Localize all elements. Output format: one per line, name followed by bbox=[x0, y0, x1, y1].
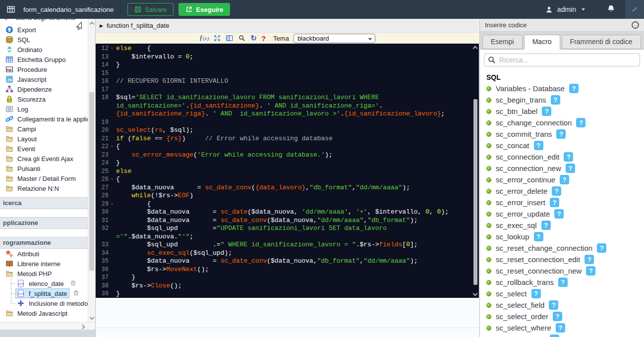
collapse-triangle-icon[interactable]: ▶ bbox=[100, 23, 103, 28]
tab-frammenti-di-codice[interactable]: Frammenti di codice bbox=[562, 35, 641, 49]
macro-item-sc-reset-change-connection[interactable]: sc_reset_change_connection? bbox=[486, 242, 644, 254]
macro-item-sc-concat[interactable]: sc_concat? bbox=[486, 140, 644, 151]
help-badge[interactable]: ? bbox=[550, 335, 559, 337]
sidebar-item-export[interactable]: Export bbox=[0, 25, 88, 35]
macro-item-clipped[interactable]: ? bbox=[486, 334, 644, 337]
refresh-icon[interactable]: ↻ bbox=[250, 34, 257, 42]
macro-item-sc-reset-connection-edit[interactable]: sc_reset_connection_edit? bbox=[486, 254, 644, 265]
editor-scrollbar-thumb[interactable] bbox=[473, 99, 477, 285]
editor-scroll-down-icon[interactable] bbox=[471, 290, 479, 297]
sidebar-item-pulsanti[interactable]: Pulsanti bbox=[0, 164, 88, 173]
scroll-down-arrow-icon[interactable] bbox=[88, 314, 96, 321]
sidebar-item-f-splitta-date[interactable]: </>f_splitta_date bbox=[0, 288, 88, 298]
help-badge[interactable]: ? bbox=[551, 95, 560, 105]
macro-item-sc-begin-trans[interactable]: sc_begin_trans? bbox=[486, 94, 644, 106]
macro-item-sc-change-connection[interactable]: sc_change_connection? bbox=[486, 117, 644, 128]
help-badge[interactable]: ? bbox=[556, 323, 565, 333]
macro-item-sc-connection-new[interactable]: sc_connection_new? bbox=[486, 163, 644, 174]
sidebar-item-ordinato[interactable]: Ordinato bbox=[0, 45, 88, 55]
help-badge[interactable]: ? bbox=[576, 118, 585, 127]
help-badge[interactable]: ? bbox=[554, 209, 564, 219]
macro-item-sc-error-insert[interactable]: sc_error_insert? bbox=[486, 197, 644, 208]
sidebar-vertical-scrollbar[interactable] bbox=[88, 19, 95, 322]
insert-function-icon[interactable]: ƒ(x) bbox=[199, 34, 209, 42]
macro-item-sc-commit-trans[interactable]: sc_commit_trans? bbox=[486, 128, 644, 140]
fold-arrow-icon[interactable]: ▾ bbox=[111, 175, 116, 184]
editor-scrollbar[interactable] bbox=[471, 44, 479, 298]
sidebar-item-dipendenze[interactable]: Dipendenze bbox=[0, 84, 88, 94]
help-badge[interactable]: ? bbox=[531, 289, 541, 298]
editor-scroll-up-icon[interactable] bbox=[471, 45, 479, 52]
sidebar-item-eventi[interactable]: Eventi bbox=[0, 144, 88, 154]
tab-macro[interactable]: Macro bbox=[524, 35, 560, 50]
sidebar-section-pplicazione[interactable]: pplicazione bbox=[0, 217, 88, 229]
split-view-icon[interactable] bbox=[226, 34, 234, 42]
help-badge[interactable]: ? bbox=[597, 243, 606, 253]
fullscreen-button[interactable] bbox=[625, 0, 644, 19]
help-badge[interactable]: ? bbox=[541, 221, 551, 230]
scroll-right-arrow-icon[interactable] bbox=[79, 323, 86, 330]
scrollbar-thumb[interactable] bbox=[89, 92, 94, 271]
macro-item-sc-reset-connection-new[interactable]: sc_reset_connection_new? bbox=[486, 265, 644, 277]
notifications-button[interactable] bbox=[597, 4, 625, 15]
sidebar-item-barra-degli-strumenti[interactable]: Barra degli strumenti bbox=[0, 19, 88, 25]
macro-item-sc-select-field[interactable]: sc_select_field? bbox=[486, 299, 644, 311]
sidebar-item-etichetta-gruppo[interactable]: Etichetta Gruppo bbox=[0, 55, 88, 64]
search-code-icon[interactable] bbox=[238, 34, 246, 42]
theme-select[interactable]: blackboard bbox=[293, 34, 375, 43]
macro-item-sc-select[interactable]: sc_select? bbox=[486, 288, 644, 299]
help-badge[interactable]: ? bbox=[560, 175, 569, 184]
sidebar-section-icerca[interactable]: icerca bbox=[0, 197, 88, 209]
sidebar-item-sicurezza[interactable]: Sicurezza bbox=[0, 94, 88, 104]
search-input[interactable] bbox=[484, 54, 640, 66]
sidebar-horizontal-scrollbar[interactable] bbox=[0, 322, 95, 330]
help-badge[interactable]: ? bbox=[542, 107, 551, 116]
sidebar-item-inclusione-di-metodo[interactable]: Inclusione di metodo bbox=[0, 298, 88, 308]
sidebar-item-sql[interactable]: SQL bbox=[0, 35, 88, 45]
help-badge[interactable]: ? bbox=[566, 164, 575, 173]
scroll-up-arrow-icon[interactable] bbox=[88, 20, 96, 27]
sidebar-item-collegamenti-tra-le-applicaz[interactable]: Collegamenti tra le applicaz bbox=[0, 114, 88, 124]
help-badge[interactable]: ? bbox=[549, 300, 558, 310]
macro-item-sc-exec-sql[interactable]: sc_exec_sql? bbox=[486, 220, 644, 231]
help-badge[interactable]: ? bbox=[585, 255, 594, 264]
macro-item-sc-select-where[interactable]: sc_select_where? bbox=[486, 322, 644, 334]
macro-item-sc-error-continue[interactable]: sc_error_continue? bbox=[486, 174, 644, 185]
fold-arrow-icon[interactable]: ▾ bbox=[111, 200, 116, 209]
macro-item-sc-rollback-trans[interactable]: sc_rollback_trans? bbox=[486, 277, 644, 288]
macro-item-sc-btn-label[interactable]: sc_btn_label? bbox=[486, 106, 644, 117]
collapse-panel-icon[interactable]: → bbox=[632, 21, 639, 29]
save-button[interactable]: Salvare bbox=[127, 3, 174, 16]
sidebar-item-procedure[interactable]: SQLProcedure bbox=[0, 64, 88, 74]
help-badge[interactable]: ? bbox=[534, 232, 543, 241]
help-badge[interactable]: ? bbox=[550, 198, 559, 207]
help-badge[interactable]: ? bbox=[534, 141, 543, 150]
macro-item-sc-error-delete[interactable]: sc_error_delete? bbox=[486, 185, 644, 197]
macro-item-sc-error-update[interactable]: sc_error_update? bbox=[486, 208, 644, 220]
run-button[interactable]: Eseguire bbox=[178, 3, 230, 16]
user-menu[interactable]: admin bbox=[534, 5, 597, 13]
sidebar-item-layout[interactable]: Layout bbox=[0, 134, 88, 144]
code-editor[interactable]: 12▾else {13 $intervallo = 0;14}1516// RE… bbox=[96, 44, 479, 298]
sidebar-item-crea-gli-eventi-ajax[interactable]: Crea gli Eventi Ajax bbox=[0, 154, 88, 164]
help-badge[interactable]: ? bbox=[553, 312, 562, 321]
sidebar-item-relazione-n-n[interactable]: Relazione N:N bbox=[0, 183, 88, 193]
sidebar-item-master-detail-form[interactable]: Master / Detail Form bbox=[0, 173, 88, 183]
trash-icon[interactable] bbox=[73, 289, 80, 297]
sidebar-item-librerie-interne[interactable]: Librerie interne bbox=[0, 259, 88, 269]
help-badge[interactable]: ? bbox=[552, 186, 561, 196]
help-badge[interactable]: ? bbox=[556, 129, 566, 139]
sidebar-item-campi[interactable]: Campi bbox=[0, 124, 88, 134]
sidebar-item-attributi[interactable]: Attributi bbox=[0, 249, 88, 259]
sidebar-item-metodi-javascript[interactable]: Metodi Javascript bbox=[0, 308, 88, 318]
macro-item-sc-connection-edit[interactable]: sc_connection_edit? bbox=[486, 151, 644, 163]
fold-arrow-icon[interactable]: ▾ bbox=[111, 143, 116, 151]
sidebar-item-javascript[interactable]: JSJavascript bbox=[0, 74, 88, 84]
help-badge[interactable]: ? bbox=[558, 278, 568, 287]
tab-esempi[interactable]: Esempi bbox=[482, 35, 523, 49]
trash-icon[interactable] bbox=[70, 280, 77, 287]
fold-arrow-icon[interactable]: ▾ bbox=[111, 45, 116, 53]
fullscreen-editor-icon[interactable] bbox=[213, 34, 221, 42]
help-badge[interactable]: ? bbox=[586, 266, 595, 276]
sidebar-item-log[interactable]: Log bbox=[0, 104, 88, 114]
